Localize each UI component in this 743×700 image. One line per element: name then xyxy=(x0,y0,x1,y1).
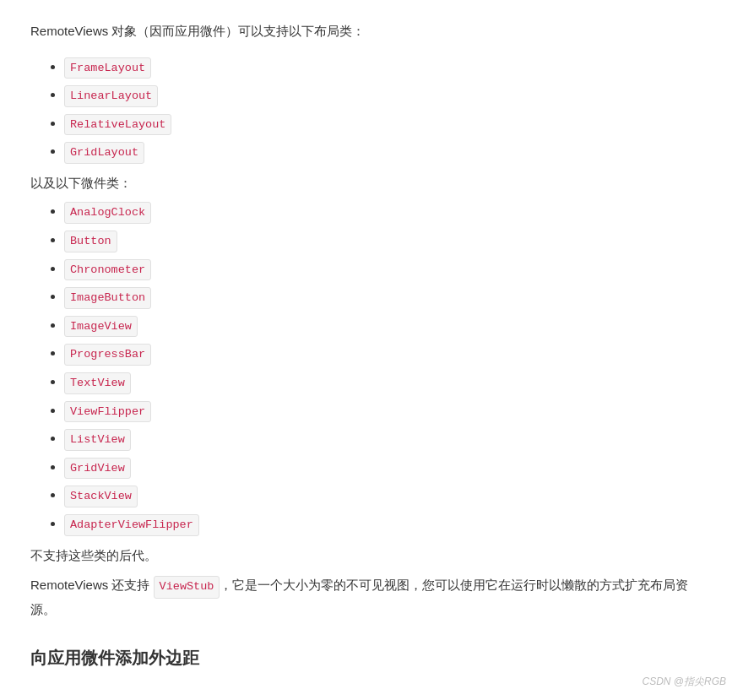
code-tag-stackview: StackView xyxy=(64,486,138,507)
widgets-intro-text: 以及以下微件类： xyxy=(30,172,713,194)
code-tag-gridview: GridView xyxy=(64,458,131,480)
code-tag-listview: ListView xyxy=(64,429,131,451)
no-descendants-text: 不支持这些类的后代。 xyxy=(30,545,713,567)
code-tag-analogclock: AnalogClock xyxy=(64,202,151,224)
code-tag-progressbar: ProgressBar xyxy=(64,344,151,366)
list-item: FrameLayout xyxy=(64,56,713,79)
viewstub-text-before: RemoteViews 还支持 xyxy=(30,578,154,592)
list-item: ListView xyxy=(64,427,713,451)
code-tag-imagebutton: ImageButton xyxy=(64,287,151,309)
code-tag-adapterviewflipper: AdapterViewFlipper xyxy=(64,514,199,536)
list-item: ImageButton xyxy=(64,285,713,309)
list-item: AdapterViewFlipper xyxy=(64,513,713,536)
code-tag-framelayout: FrameLayout xyxy=(64,57,151,79)
list-item: Chronometer xyxy=(64,258,713,281)
code-tag-viewstub: ViewStub xyxy=(154,576,220,599)
list-item: Button xyxy=(64,229,713,252)
list-item: LinearLayout xyxy=(64,84,713,107)
list-item: GridView xyxy=(64,456,713,480)
list-item: ViewFlipper xyxy=(64,399,713,423)
code-tag-relativelayout: RelativeLayout xyxy=(64,114,171,136)
widget-list: AnalogClock Button Chronometer ImageButt… xyxy=(64,200,713,535)
code-tag-viewflipper: ViewFlipper xyxy=(64,401,151,423)
list-item: RelativeLayout xyxy=(64,112,713,136)
code-tag-chronometer: Chronometer xyxy=(64,259,151,281)
layout-list: FrameLayout LinearLayout RelativeLayout … xyxy=(64,56,713,164)
code-tag-imageview: ImageView xyxy=(64,316,138,338)
list-item: ProgressBar xyxy=(64,342,713,366)
list-item: GridLayout xyxy=(64,140,713,164)
list-item: TextView xyxy=(64,371,713,394)
viewstub-paragraph: RemoteViews 还支持 ViewStub，它是一个大小为零的不可见视图，… xyxy=(30,574,713,620)
code-tag-gridlayout: GridLayout xyxy=(64,142,144,164)
list-item: ImageView xyxy=(64,314,713,338)
list-item: AnalogClock xyxy=(64,200,713,224)
section-title: 向应用微件添加外边距 xyxy=(30,643,713,672)
code-tag-linearlayout: LinearLayout xyxy=(64,85,158,107)
code-tag-textview: TextView xyxy=(64,372,131,394)
watermark: CSDN @指尖RGB xyxy=(642,673,726,690)
intro-text: RemoteViews 对象（因而应用微件）可以支持以下布局类： xyxy=(30,20,713,42)
list-item: StackView xyxy=(64,484,713,507)
code-tag-button: Button xyxy=(64,231,117,252)
